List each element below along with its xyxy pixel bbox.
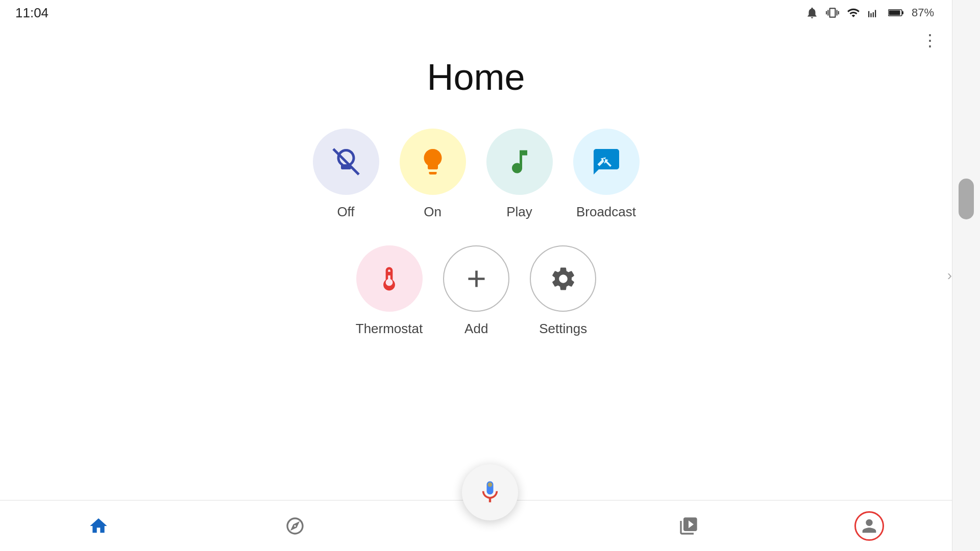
settings-gear-icon (549, 265, 577, 293)
status-time: 11:04 (15, 5, 48, 21)
vibrate-icon (826, 6, 839, 19)
add-icon (462, 265, 491, 293)
svg-rect-2 (889, 11, 900, 15)
status-bar: 11:04 87% (0, 0, 949, 26)
right-scrollbar (952, 0, 980, 551)
broadcast-icon-circle (573, 129, 640, 195)
add-label: Add (464, 321, 488, 337)
thermostat-icon-circle (356, 245, 423, 312)
action-add[interactable]: Add (443, 245, 509, 337)
off-label: Off (337, 204, 354, 220)
action-thermostat[interactable]: Thermostat (356, 245, 423, 337)
microphone-icon (477, 479, 503, 506)
off-icon-circle (313, 129, 379, 195)
svg-point-4 (488, 483, 493, 487)
nav-media[interactable] (658, 511, 719, 541)
nav-explore[interactable] (264, 511, 326, 541)
settings-label: Settings (539, 321, 587, 337)
status-icons: 87% (805, 6, 934, 19)
action-play[interactable]: Play (486, 129, 553, 220)
action-settings[interactable]: Settings (530, 245, 596, 337)
signal-icon (868, 6, 881, 19)
main-content: Home Off On (0, 26, 952, 500)
action-broadcast[interactable]: Broadcast (573, 129, 640, 220)
quick-actions-row-1: Off On Play (313, 129, 640, 220)
battery-percentage: 87% (912, 6, 934, 19)
account-nav-icon (859, 516, 879, 536)
nav-home[interactable] (68, 511, 129, 541)
page-title: Home (427, 56, 525, 98)
alarm-icon (805, 6, 819, 19)
play-icon-circle (486, 129, 553, 195)
quick-actions-row-2: Thermostat Add Settings (356, 245, 597, 337)
svg-rect-1 (902, 11, 903, 14)
nav-account[interactable] (854, 511, 884, 541)
battery-icon (888, 7, 904, 18)
lightbulb-on-icon (418, 146, 448, 177)
scroll-thumb[interactable] (959, 179, 974, 219)
play-label: Play (506, 204, 532, 220)
music-note-icon (504, 146, 535, 177)
wifi-icon (846, 6, 861, 19)
thermostat-icon (375, 265, 403, 293)
broadcast-label: Broadcast (576, 204, 636, 220)
action-off[interactable]: Off (313, 129, 379, 220)
svg-line-3 (333, 149, 359, 174)
settings-icon-circle (530, 245, 596, 312)
home-nav-icon (88, 516, 109, 536)
microphone-fab[interactable] (462, 464, 518, 520)
explore-nav-icon (285, 516, 305, 536)
add-icon-circle (443, 245, 509, 312)
thermostat-label: Thermostat (356, 321, 423, 337)
on-label: On (424, 204, 442, 220)
media-nav-icon (678, 516, 699, 536)
lightbulb-off-icon (331, 146, 361, 177)
broadcast-icon (591, 146, 622, 177)
on-icon-circle (400, 129, 466, 195)
action-on[interactable]: On (400, 129, 466, 220)
